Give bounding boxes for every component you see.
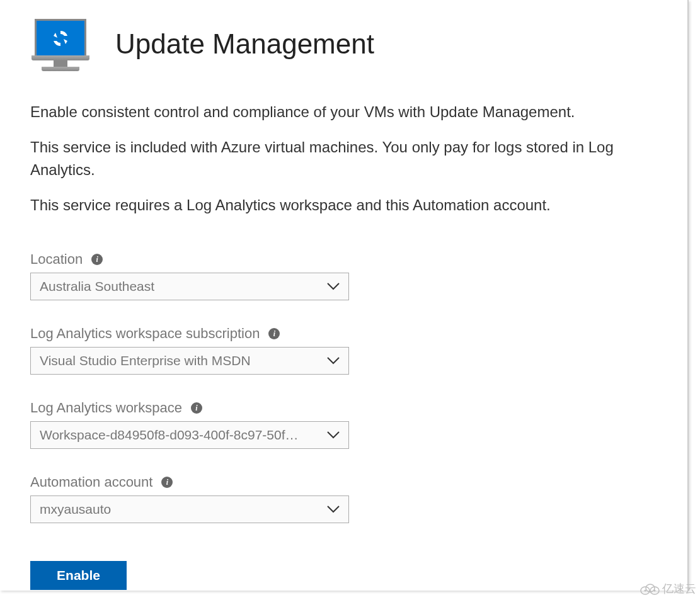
update-management-panel: Update Management Enable consistent cont… <box>0 0 689 591</box>
automation-value: mxyausauto <box>40 502 111 517</box>
svg-point-4 <box>654 590 656 592</box>
subscription-label: Log Analytics workspace subscription <box>30 325 260 342</box>
description-line-2: This service is included with Azure virt… <box>30 136 657 181</box>
cloud-icon <box>639 582 660 595</box>
info-icon[interactable]: i <box>268 328 280 339</box>
automation-label: Automation account <box>30 474 152 490</box>
location-field: Location i Australia Southeast <box>30 251 657 300</box>
location-value: Australia Southeast <box>40 279 154 294</box>
page-title: Update Management <box>115 28 374 60</box>
chevron-down-icon <box>327 283 340 290</box>
workspace-label: Log Analytics workspace <box>30 400 182 416</box>
location-label: Location <box>30 251 83 268</box>
location-select[interactable]: Australia Southeast <box>30 273 349 300</box>
workspace-value: Workspace-d84950f8-d093-400f-8c97-50f… <box>40 427 299 443</box>
header: Update Management <box>30 19 657 69</box>
watermark: 亿速云 <box>639 581 696 596</box>
workspace-field: Log Analytics workspace i Workspace-d849… <box>30 400 657 449</box>
description-line-3: This service requires a Log Analytics wo… <box>30 194 657 217</box>
subscription-field: Log Analytics workspace subscription i V… <box>30 325 657 375</box>
chevron-down-icon <box>327 506 340 513</box>
description-line-1: Enable consistent control and compliance… <box>30 101 657 123</box>
automation-select[interactable]: mxyausauto <box>30 495 349 523</box>
subscription-value: Visual Studio Enterprise with MSDN <box>40 353 251 368</box>
subscription-select[interactable]: Visual Studio Enterprise with MSDN <box>30 347 349 375</box>
svg-point-3 <box>645 590 646 592</box>
automation-field: Automation account i mxyausauto <box>30 474 657 523</box>
chevron-down-icon <box>327 357 340 365</box>
workspace-select[interactable]: Workspace-d84950f8-d093-400f-8c97-50f… <box>30 421 349 449</box>
info-icon[interactable]: i <box>161 477 173 488</box>
watermark-text: 亿速云 <box>662 581 696 596</box>
form: Location i Australia Southeast Log Analy… <box>30 251 657 590</box>
chevron-down-icon <box>327 431 340 439</box>
update-management-icon <box>30 19 90 69</box>
info-icon[interactable]: i <box>91 254 103 265</box>
enable-button[interactable]: Enable <box>30 561 127 590</box>
info-icon[interactable]: i <box>191 402 202 414</box>
